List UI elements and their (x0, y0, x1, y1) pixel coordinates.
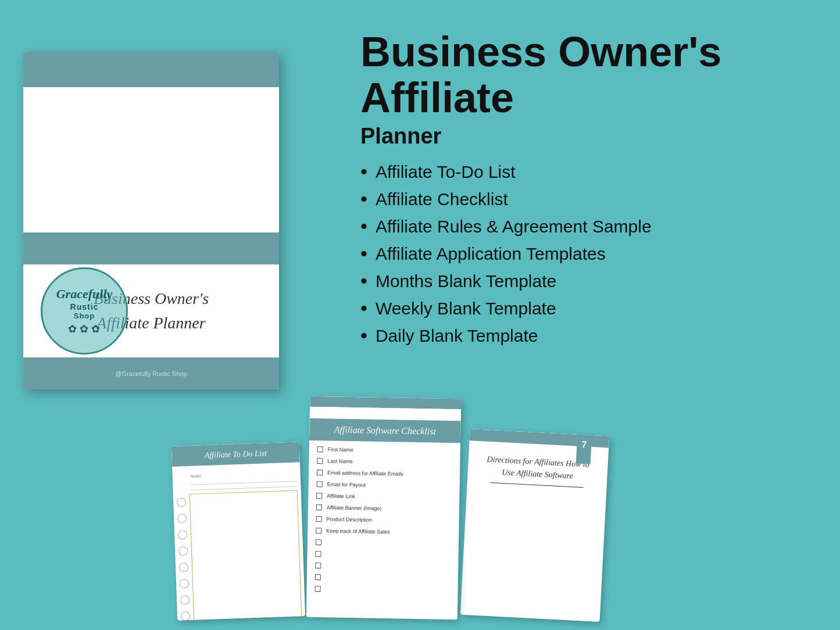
feature-item-3: Affiliate Rules & Agreement Sample (360, 215, 817, 238)
doc-checklist-mid-bar: Affiliate Software Checklist (309, 418, 461, 443)
doc-directions-underline (491, 482, 584, 488)
feature-item-1: Affiliate To-Do List (360, 160, 817, 183)
doc-checklist-body: First Name Last Name Email address for A… (306, 441, 460, 606)
check-item-11 (315, 563, 450, 571)
logo-container: Gracefully Rustic Shop ✿ ✿ ✿ (41, 267, 128, 355)
doc-todo-notes-line (191, 481, 297, 485)
doc-circle-4 (178, 546, 188, 556)
feature-item-2: Affiliate Checklist (360, 188, 817, 210)
logo-flowers-icon: ✿ ✿ ✿ (68, 323, 100, 335)
planner-watermark: @Gracefully Rustic Shop (115, 370, 187, 377)
doc-circle-7 (180, 595, 190, 605)
logo-shop-text: Shop (74, 312, 95, 320)
features-list: Affiliate To-Do List Affiliate Checklist… (360, 160, 817, 347)
doc-checklist: Affiliate Software Checklist First Name … (306, 396, 462, 620)
check-item-6: Affiliate Banner (Image) (316, 504, 451, 513)
check-item-3: Email address for Affiliate Emails (317, 470, 452, 478)
check-item-12 (315, 574, 450, 582)
main-container: Business Owner's Affiliate Planner @Grac… (0, 0, 840, 630)
doc-tab-number: 7 (577, 435, 592, 450)
checkbox-8 (316, 528, 321, 534)
doc-todo-notes-label: Notes (191, 474, 202, 478)
checkbox-12 (315, 574, 321, 580)
check-item-9 (316, 539, 451, 547)
doc-todo: Affiliate To Do List Notes (171, 442, 305, 620)
check-item-4: Email for Payout (317, 481, 452, 489)
checkbox-4 (317, 481, 323, 487)
planner-top-bar (23, 52, 279, 87)
checkbox-6 (316, 504, 322, 510)
planner-middle-bar (23, 232, 279, 264)
checkbox-10 (316, 551, 321, 557)
main-title: Business Owner's Affiliate (360, 29, 817, 121)
check-item-7: Product Description (316, 516, 451, 524)
doc-todo-title: Affiliate To Do List (205, 449, 267, 460)
check-item-2: Last Name (317, 458, 452, 466)
doc-circle-5 (179, 563, 189, 572)
logo-gracefully-text: Gracefully (56, 287, 113, 302)
check-item-1: First Name (317, 446, 452, 454)
feature-item-7: Daily Blank Template (360, 324, 817, 347)
checkbox-3 (317, 470, 323, 475)
doc-todo-notes-line2 (191, 486, 297, 490)
doc-todo-notes-section: Notes (190, 466, 297, 490)
circles-and-border (177, 490, 303, 620)
documents-area: Affiliate To Do List Notes (174, 398, 605, 618)
right-section: Business Owner's Affiliate Planner Affil… (326, 17, 817, 352)
check-item-8: Keep track of Affiliate Sales (316, 528, 451, 536)
checkbox-5 (316, 493, 322, 499)
doc-circle-1 (177, 497, 187, 507)
checkbox-9 (316, 539, 321, 545)
checkbox-1 (317, 446, 323, 452)
check-item-5: Affiliate Link (316, 493, 451, 501)
logo-rustic-text: Rustic (70, 302, 99, 312)
doc-checklist-title: Affiliate Software Checklist (334, 424, 436, 436)
checkbox-11 (315, 563, 321, 568)
left-section: Business Owner's Affiliate Planner @Grac… (23, 52, 326, 389)
doc-circle-8 (181, 611, 191, 621)
check-item-13 (314, 586, 449, 594)
planner-bottom-bar: @Gracefully Rustic Shop (23, 357, 279, 389)
doc-directions: 7 Directions for Affiliates How to Use A… (460, 429, 609, 622)
feature-item-6: Weekly Blank Template (360, 297, 817, 320)
check-item-10 (316, 551, 451, 559)
doc-tab: 7 (576, 435, 592, 464)
doc-circle-2 (177, 514, 187, 524)
doc-todo-inner: Notes (172, 462, 305, 621)
logo-circle: Gracefully Rustic Shop ✿ ✿ ✿ (41, 267, 128, 355)
doc-circle-3 (178, 530, 188, 540)
doc-bordered-area (190, 490, 303, 620)
checkbox-2 (317, 458, 323, 464)
doc-circle-6 (180, 579, 190, 589)
checkbox-7 (316, 516, 322, 522)
planner-white-area (23, 87, 279, 232)
sub-title: Planner (360, 124, 817, 149)
feature-item-4: Affiliate Application Templates (360, 242, 817, 265)
checkbox-13 (314, 586, 320, 592)
feature-item-5: Months Blank Template (360, 270, 817, 292)
